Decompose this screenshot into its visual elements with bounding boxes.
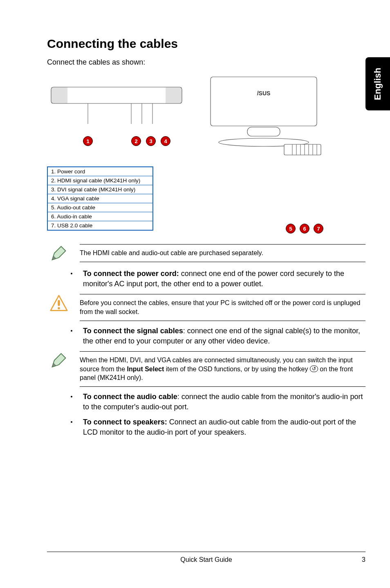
bullet-dot-icon (71, 421, 72, 423)
legend-row: 2. HDMI signal cable (MK241H only) (48, 176, 152, 185)
pencil-icon (50, 351, 68, 369)
diagram-monitor-rear: 1 2 3 4 1. Power cord 2. HDMI signal cab… (47, 75, 186, 231)
callout-7: 7 (314, 224, 323, 233)
bullet-dot-icon (71, 396, 72, 397)
svg-point-21 (58, 307, 60, 310)
svg-text:/SUS: /SUS (257, 90, 271, 97)
callout-3: 3 (146, 136, 156, 146)
callout-6: 6 (300, 224, 309, 233)
warning-power-off: Before you connect the cables, ensure th… (47, 294, 365, 321)
diagram-monitor-front: /SUS 5 6 7 (202, 75, 325, 233)
language-tab: English (365, 57, 390, 110)
bullet-bold: To connect the signal cables (83, 327, 183, 335)
input-hotkey-icon: ↺ (310, 366, 318, 372)
legend-row: 7. USB 2.0 cable (48, 221, 152, 230)
intro-text: Connect the cables as shown: (47, 58, 365, 67)
svg-rect-11 (284, 144, 321, 155)
note-input-select: When the HDMI, DVI, and VGA cables are c… (47, 351, 365, 387)
legend-row: 6. Audio-in cable (48, 212, 152, 221)
callout-5: 5 (286, 224, 296, 233)
note-part-b: item of the OSD functions, or by using t… (164, 366, 310, 373)
bullet-dot-icon (71, 273, 72, 274)
monitor-front-illustration: /SUS (202, 75, 325, 157)
svg-rect-0 (51, 87, 182, 103)
diagram-row: 1 2 3 4 1. Power cord 2. HDMI signal cab… (47, 75, 365, 233)
warning-text: Before you connect the cables, ensure th… (80, 294, 365, 321)
callout-1: 1 (83, 136, 93, 146)
svg-rect-20 (58, 300, 60, 306)
svg-rect-7 (211, 77, 317, 126)
legend-row: 5. Audio-out cable (48, 203, 152, 212)
svg-rect-2 (166, 87, 182, 103)
bullet-signal-cables: To connect the signal cables: connect on… (71, 326, 365, 346)
callout-row-left: 1 2 3 4 (47, 136, 186, 146)
footer-title: Quick Start Guide (180, 556, 232, 563)
footer-page-number: 3 (362, 556, 365, 563)
bullet-audio-cable: To connect the audio cable: connect the … (71, 392, 365, 412)
callout-4: 4 (161, 136, 170, 146)
warning-icon (50, 294, 68, 312)
bullet-dot-icon (71, 330, 72, 332)
page-heading: Connecting the cables (47, 37, 365, 51)
callout-row-right: 5 6 7 (202, 224, 325, 233)
svg-rect-9 (247, 127, 280, 136)
note-text: When the HDMI, DVI, and VGA cables are c… (80, 351, 365, 387)
legend-row: 3. DVI signal cable (MK241H only) (48, 185, 152, 194)
svg-rect-1 (51, 87, 67, 103)
note-bold: Input Select (127, 366, 164, 373)
bullet-bold: To connect to speakers: (83, 418, 167, 426)
note-hdmi-separate: The HDMI cable and audio-out cable are p… (47, 244, 365, 262)
bullet-bold: To connect the audio cable (83, 393, 177, 401)
callout-2: 2 (131, 136, 141, 146)
legend-table: 1. Power cord 2. HDMI signal cable (MK24… (47, 166, 153, 231)
pencil-icon (50, 244, 68, 262)
monitor-rear-illustration (47, 75, 186, 132)
note-text: The HDMI cable and audio-out cable are p… (80, 244, 365, 262)
bullet-power-cord: To connect the power cord: connect one e… (71, 269, 365, 289)
legend-row: 1. Power cord (48, 167, 152, 176)
bullet-speakers: To connect to speakers: Connect an audio… (71, 417, 365, 438)
page-footer: Quick Start Guide 3 (47, 552, 365, 563)
bullet-bold: To connect the power cord: (83, 269, 179, 278)
legend-row: 4. VGA signal cable (48, 194, 152, 203)
